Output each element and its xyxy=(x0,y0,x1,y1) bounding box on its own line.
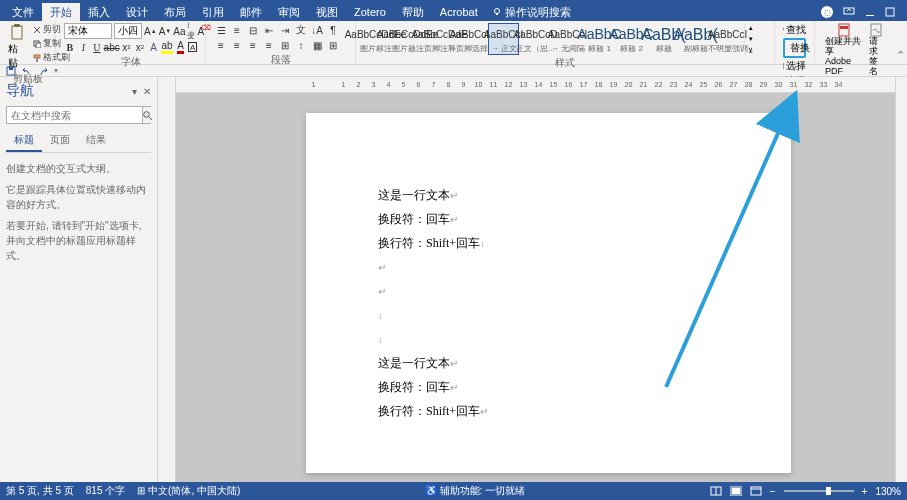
vertical-scrollbar[interactable] xyxy=(895,77,907,495)
text-effects-icon[interactable]: A xyxy=(148,40,160,54)
shrink-font-icon[interactable]: A▼ xyxy=(159,24,172,38)
menu-file[interactable]: 文件 xyxy=(4,3,42,22)
highlight-icon[interactable]: ab xyxy=(161,40,173,54)
status-words[interactable]: 815 个字 xyxy=(86,484,125,498)
document-line[interactable]: ↵ xyxy=(378,255,727,279)
bullets-icon[interactable]: ☰ xyxy=(214,23,228,37)
menu-acrobat[interactable]: Acrobat xyxy=(432,4,486,20)
document-page[interactable]: 这是一行文本↵换段符：回车↵换行符：Shift+回车↓↵↵↓↓这是一行文本↵换段… xyxy=(306,113,791,473)
menu-layout[interactable]: 布局 xyxy=(156,3,194,22)
svg-line-19 xyxy=(149,117,152,120)
align-center-icon[interactable]: ≡ xyxy=(230,38,244,52)
strike-icon[interactable]: abc xyxy=(105,40,119,54)
zoom-in-icon[interactable]: + xyxy=(862,486,868,497)
underline-icon[interactable]: U xyxy=(91,40,103,54)
menu-help[interactable]: 帮助 xyxy=(394,3,432,22)
status-lang[interactable]: ⊞ 中文(简体, 中国大陆) xyxy=(137,484,240,498)
style-scroll-down-icon[interactable]: ▾ xyxy=(746,35,756,44)
superscript-icon[interactable]: x2 xyxy=(134,40,146,54)
style-scroll-up-icon[interactable]: ▴ xyxy=(746,23,756,32)
indent-left-icon[interactable]: ⇤ xyxy=(262,23,276,37)
nav-tab-results[interactable]: 结果 xyxy=(78,130,114,152)
font-name-input[interactable] xyxy=(64,23,112,39)
status-page[interactable]: 第 5 页, 共 5 页 xyxy=(6,484,74,498)
multilevel-icon[interactable]: ⊟ xyxy=(246,23,260,37)
style-gallery-item[interactable]: AaBb(副标题 xyxy=(680,23,711,55)
font-size-input[interactable] xyxy=(114,23,142,39)
document-line[interactable]: 这是一行文本↵ xyxy=(378,183,727,207)
request-sign-button[interactable]: 请求签名 xyxy=(869,23,884,77)
zoom-out-icon[interactable]: − xyxy=(770,486,776,497)
bold-icon[interactable]: B xyxy=(64,40,76,54)
style-gallery-item[interactable]: AaBbCcD正文（思... xyxy=(520,23,551,55)
clear-format-icon[interactable]: A⌫ xyxy=(197,24,204,38)
subscript-icon[interactable]: x2 xyxy=(121,40,133,54)
align-right-icon[interactable]: ≡ xyxy=(246,38,260,52)
find-button[interactable]: 查找 xyxy=(783,23,806,37)
zoom-level[interactable]: 130% xyxy=(875,486,901,497)
nav-tab-pages[interactable]: 页面 xyxy=(42,130,78,152)
menu-mailings[interactable]: 邮件 xyxy=(232,3,270,22)
document-line[interactable]: 换段符：回车↵ xyxy=(378,375,727,399)
italic-icon[interactable]: I xyxy=(78,40,90,54)
line-spacing-icon[interactable]: ↕ xyxy=(294,38,308,52)
qat-dropdown-icon[interactable]: ▾ xyxy=(54,66,58,75)
document-line[interactable]: 换段符：回车↵ xyxy=(378,207,727,231)
menu-insert[interactable]: 插入 xyxy=(80,3,118,22)
document-line[interactable]: ↓ xyxy=(378,327,727,351)
document-line[interactable]: 换行符：Shift+回车↵ xyxy=(378,399,727,423)
align-left-icon[interactable]: ≡ xyxy=(214,38,228,52)
menu-references[interactable]: 引用 xyxy=(194,3,232,22)
maximize-icon[interactable] xyxy=(885,7,895,17)
font-color-icon[interactable]: A xyxy=(175,40,187,54)
distributed-icon[interactable]: ⊞ xyxy=(278,38,292,52)
show-marks-icon[interactable]: ¶ xyxy=(326,23,340,37)
tell-me-label: 操作说明搜索 xyxy=(505,5,571,20)
print-layout-icon[interactable] xyxy=(730,486,742,496)
zoom-slider[interactable] xyxy=(784,490,854,492)
ribbon-options-icon[interactable] xyxy=(843,7,855,17)
grow-font-icon[interactable]: A▲ xyxy=(144,24,157,38)
replace-button[interactable]: 替换 xyxy=(783,38,806,58)
styles-group-label: 样式 xyxy=(360,55,770,71)
nav-search-input[interactable] xyxy=(7,108,142,123)
nav-search-button[interactable] xyxy=(142,107,152,123)
numbering-icon[interactable]: ≡ xyxy=(230,23,244,37)
char-border-icon[interactable]: A xyxy=(188,42,197,52)
nav-dropdown-icon[interactable]: ▾ xyxy=(132,86,137,97)
document-line[interactable]: ↵ xyxy=(378,279,727,303)
indent-right-icon[interactable]: ⇥ xyxy=(278,23,292,37)
menu-zotero[interactable]: Zotero xyxy=(346,4,394,20)
lightbulb-icon xyxy=(492,7,502,17)
style-expand-icon[interactable]: ⊻ xyxy=(746,46,756,55)
nav-close-icon[interactable]: ✕ xyxy=(143,86,151,97)
menu-design[interactable]: 设计 xyxy=(118,3,156,22)
change-case-icon[interactable]: Aa xyxy=(173,24,185,38)
menu-view[interactable]: 视图 xyxy=(308,3,346,22)
phonetic-icon[interactable]: ⁞变 xyxy=(187,24,195,38)
sort-icon[interactable]: ↓A xyxy=(310,23,324,37)
create-pdf-button[interactable]: 创建并共享Adobe PDF xyxy=(825,23,863,77)
copy-icon xyxy=(33,40,41,48)
minimize-icon[interactable] xyxy=(865,7,875,17)
shading-icon[interactable]: ▦ xyxy=(310,38,324,52)
nav-tab-headings[interactable]: 标题 xyxy=(6,130,42,152)
menu-home[interactable]: 开始 xyxy=(42,3,80,22)
menu-review[interactable]: 审阅 xyxy=(270,3,308,22)
asian-layout-icon[interactable]: 文 xyxy=(294,23,308,37)
select-button[interactable]: 选择 xyxy=(783,59,806,73)
style-gallery-item[interactable]: AaBbCcI不明显强调 xyxy=(712,23,743,55)
style-gallery-item[interactable]: AaBbCcD页脚选择 xyxy=(456,23,487,55)
web-layout-icon[interactable] xyxy=(750,486,762,496)
justify-icon[interactable]: ≡ xyxy=(262,38,276,52)
borders-icon[interactable]: ⊞ xyxy=(326,38,340,52)
paste-button[interactable]: 粘贴 xyxy=(4,23,30,71)
document-line[interactable]: 换行符：Shift+回车↓ xyxy=(378,231,727,255)
tell-me-search[interactable]: 操作说明搜索 xyxy=(492,5,571,20)
document-line[interactable]: 这是一行文本↵ xyxy=(378,351,727,375)
read-mode-icon[interactable] xyxy=(710,486,722,496)
status-accessibility[interactable]: ♿ 辅助功能: 一切就绪 xyxy=(425,484,525,498)
collapse-ribbon-icon[interactable]: ⌃ xyxy=(893,21,907,64)
document-line[interactable]: ↓ xyxy=(378,303,727,327)
user-avatar[interactable]: ◌ xyxy=(821,6,833,18)
